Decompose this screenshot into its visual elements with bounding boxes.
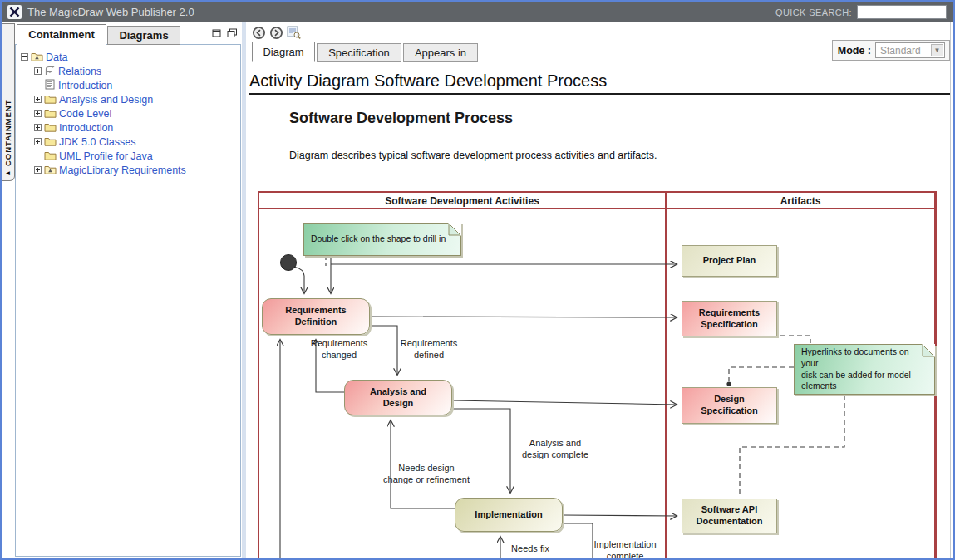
diagram-title: Software Development Process (289, 110, 513, 127)
collapse-arrow-icon: ◄ (5, 169, 12, 180)
edge-label-requirements-defined: Requirements defined (401, 337, 457, 361)
note-fold-icon (922, 344, 935, 357)
expand-expander-icon[interactable] (34, 110, 42, 117)
expand-expander-icon[interactable] (34, 166, 42, 174)
tree-item-label[interactable]: Analysis and Design (59, 94, 153, 106)
app-title: The MagicDraw Web Publisher 2.0 (27, 6, 194, 18)
tree-item-data[interactable]: Data (16, 50, 240, 64)
note-fold-icon (448, 223, 461, 236)
tab-diagram[interactable]: Diagram (252, 42, 315, 62)
tab-containment[interactable]: Containment (17, 24, 106, 45)
tree-item-label[interactable]: JDK 5.0 Classes (59, 136, 135, 148)
mode-label: Mode : (838, 45, 871, 56)
tree-item-label[interactable]: UML Profile for Java (59, 150, 153, 162)
chevron-down-icon: ▼ (931, 44, 943, 56)
tree-item-label[interactable]: Data (46, 52, 67, 63)
containment-vertical-tab[interactable]: CONTAINMENT ◄ (2, 23, 15, 181)
sidebar-splitter[interactable] (242, 22, 246, 558)
containment-tree: Data Relations Introduction Analysis and… (15, 44, 241, 557)
maximize-panel-icon[interactable] (212, 27, 222, 42)
tab-diagrams[interactable]: Diagrams (107, 26, 180, 45)
back-button[interactable] (252, 26, 266, 43)
edge-label-needs-design-change: Needs design change or refinement (383, 462, 470, 486)
expand-expander-icon[interactable] (34, 124, 42, 131)
tree-item-uml-profile[interactable]: UML Profile for Java (16, 149, 240, 163)
quick-search-label: QUICK SEARCH: (775, 7, 852, 17)
swimlane-header: Software Development Activities Artifact… (259, 193, 934, 209)
tab-specification[interactable]: Specification (317, 43, 401, 62)
quick-search-input[interactable] (857, 5, 947, 19)
forward-button[interactable] (269, 26, 283, 43)
tab-appears-in[interactable]: Appears in (403, 43, 478, 62)
diagram-description: Diagram describes typical software devel… (289, 150, 657, 161)
title-rule (249, 93, 950, 95)
edge-label-implementation-complete: Implementation complete (593, 538, 656, 560)
tree-item-label[interactable]: MagicLibrary Requirements (59, 165, 186, 176)
tree-item-label[interactable]: Code Level (59, 108, 111, 120)
note-drill-in: Double click on the shape to drill in (303, 223, 461, 256)
tree-item-jdk-classes[interactable]: JDK 5.0 Classes (16, 135, 240, 149)
folder-icon (44, 135, 57, 150)
folder-icon (44, 106, 57, 121)
note-text: Hyperlinks to documents on your disk can… (795, 345, 934, 394)
edge-label-requirements-changed: Requirements changed (311, 337, 367, 361)
note-text: Double click on the shape to drill in (304, 224, 460, 255)
lane-title-artifacts: Artifacts (780, 195, 821, 207)
expand-expander-icon[interactable] (34, 138, 42, 145)
tree-item-label[interactable]: Introduction (58, 80, 112, 91)
tree-item-analysis-and-design[interactable]: Analysis and Design (16, 92, 240, 106)
activity-requirements-definition[interactable]: Requirements Definition (262, 298, 370, 335)
containment-vertical-label: CONTAINMENT (3, 24, 12, 169)
artifact-project-plan[interactable]: Project Plan (682, 245, 777, 277)
folder-icon (44, 149, 57, 164)
tree-item-magiclibrary-requirements[interactable]: MagicLibrary Requirements (16, 163, 240, 177)
edge-label-analysis-design-complete: Analysis and design complete (522, 437, 588, 461)
folder-icon (44, 92, 57, 107)
folder-icon (44, 120, 57, 135)
initial-node (280, 254, 297, 271)
locate-in-tree-icon[interactable] (287, 26, 302, 43)
edge-label-needs-fix: Needs fix (511, 543, 549, 554)
relations-icon (44, 64, 56, 79)
note-hyperlinks: Hyperlinks to documents on your disk can… (794, 344, 935, 395)
titlebar: The MagicDraw Web Publisher 2.0 QUICK SE… (2, 2, 953, 22)
collapse-expander-icon[interactable] (21, 53, 28, 61)
artifact-software-api-documentation[interactable]: Software API Documentation (682, 499, 777, 533)
artifact-requirements-specification[interactable]: Requirements Specification (682, 301, 777, 336)
magicdraw-logo-icon (7, 5, 22, 19)
lane-title-activities: Software Development Activities (385, 195, 539, 207)
expand-expander-icon[interactable] (34, 67, 42, 75)
expand-expander-icon[interactable] (34, 96, 42, 103)
cascade-panels-icon[interactable] (227, 27, 238, 42)
page-title: Activity Diagram Software Development Pr… (249, 71, 607, 91)
package-icon (31, 50, 43, 65)
tree-item-label[interactable]: Introduction (59, 122, 113, 134)
lane-divider (665, 193, 667, 560)
activity-analysis-and-design[interactable]: Analysis and Design (344, 380, 452, 415)
mode-select[interactable]: Standard ▼ (875, 42, 945, 58)
tree-item-introduction-doc[interactable]: Introduction (16, 78, 240, 92)
main-panel-edge (950, 22, 951, 558)
activity-implementation[interactable]: Implementation (455, 498, 563, 532)
tree-item-relations[interactable]: Relations (16, 64, 240, 78)
document-icon (44, 78, 56, 93)
mode-value: Standard (876, 45, 931, 56)
package-icon (44, 163, 57, 178)
artifact-design-specification[interactable]: Design Specification (682, 387, 777, 424)
mode-box: Mode : Standard ▼ (832, 40, 950, 61)
tree-item-introduction-folder[interactable]: Introduction (16, 120, 240, 135)
tree-item-code-level[interactable]: Code Level (16, 106, 240, 120)
tree-item-label[interactable]: Relations (58, 66, 101, 77)
